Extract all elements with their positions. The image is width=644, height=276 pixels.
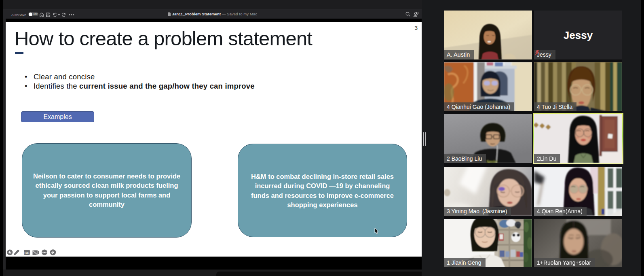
svg-text:Special: Special xyxy=(487,159,497,163)
svg-text:CC: CC xyxy=(25,251,30,255)
